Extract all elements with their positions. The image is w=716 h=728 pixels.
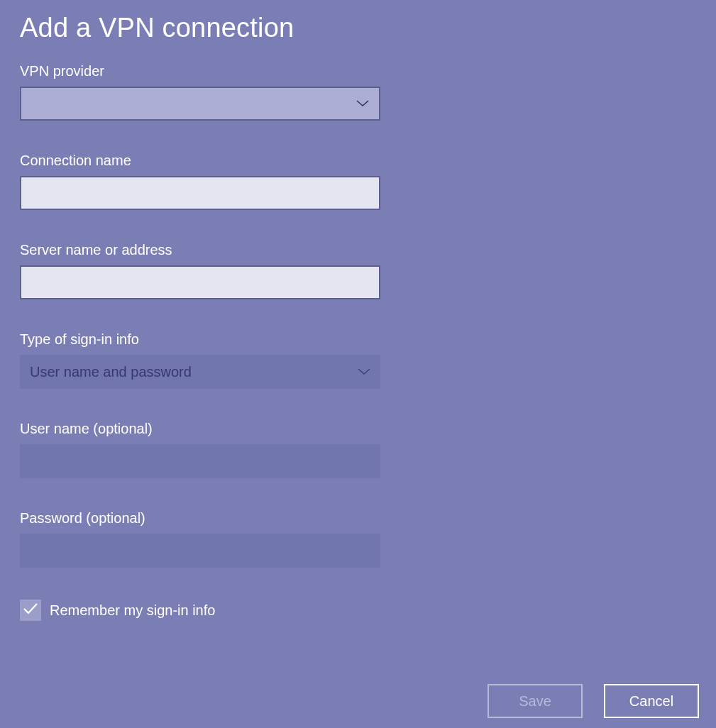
dialog-buttons: Save Cancel: [488, 684, 699, 718]
server-address-label: Server name or address: [20, 242, 696, 258]
password-label: Password (optional): [20, 510, 696, 526]
vpn-provider-field: VPN provider: [20, 63, 696, 121]
password-field: Password (optional): [20, 510, 696, 568]
chevron-down-icon: [356, 97, 369, 110]
password-input[interactable]: [20, 534, 380, 568]
vpn-provider-label: VPN provider: [20, 63, 696, 79]
server-address-field: Server name or address: [20, 242, 696, 299]
chevron-down-icon: [358, 365, 370, 378]
server-address-input[interactable]: [20, 265, 380, 299]
save-button[interactable]: Save: [488, 684, 583, 718]
connection-name-field: Connection name: [20, 153, 696, 210]
connection-name-label: Connection name: [20, 153, 696, 169]
signin-type-label: Type of sign-in info: [20, 331, 696, 348]
signin-type-value: User name and password: [30, 364, 192, 380]
remember-signin-label: Remember my sign-in info: [50, 602, 215, 619]
signin-type-dropdown[interactable]: User name and password: [20, 355, 380, 389]
vpn-provider-dropdown[interactable]: [20, 87, 380, 121]
username-field: User name (optional): [20, 421, 696, 478]
username-label: User name (optional): [20, 421, 696, 437]
page-title: Add a VPN connection: [20, 13, 696, 43]
connection-name-input[interactable]: [20, 176, 380, 210]
check-icon: [23, 602, 38, 618]
remember-signin-row: Remember my sign-in info: [20, 600, 696, 621]
cancel-button[interactable]: Cancel: [604, 684, 699, 718]
signin-type-field: Type of sign-in info User name and passw…: [20, 331, 696, 389]
remember-signin-checkbox[interactable]: [20, 600, 41, 621]
username-input[interactable]: [20, 444, 380, 478]
